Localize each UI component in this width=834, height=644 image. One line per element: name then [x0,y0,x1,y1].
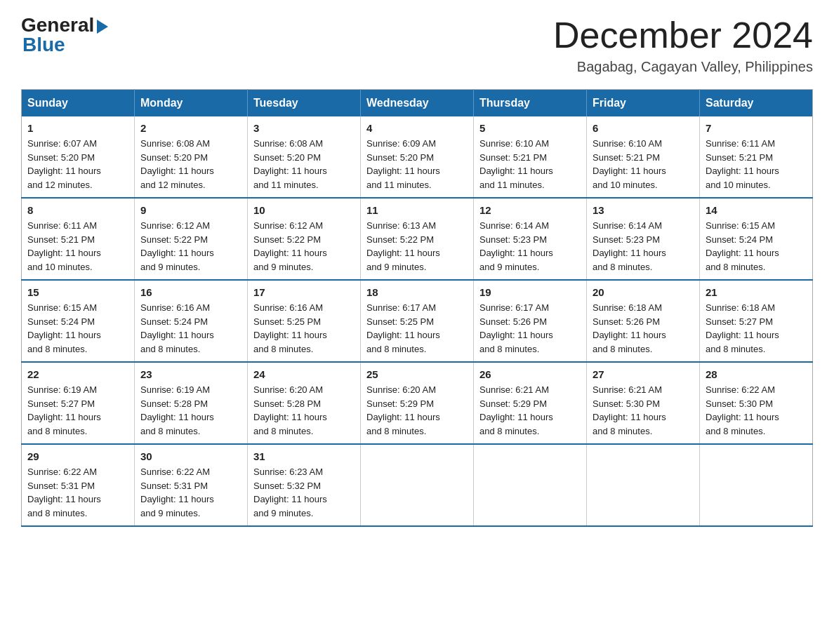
day-info: Sunrise: 6:08 AMSunset: 5:20 PMDaylight:… [140,137,241,192]
day-number: 8 [27,204,128,216]
day-info: Sunrise: 6:22 AMSunset: 5:30 PMDaylight:… [706,383,807,438]
day-number: 15 [27,286,128,298]
calendar-cell: 23 Sunrise: 6:19 AMSunset: 5:28 PMDaylig… [135,362,248,444]
day-number: 2 [140,122,241,134]
calendar-week-row: 22 Sunrise: 6:19 AMSunset: 5:27 PMDaylig… [22,362,813,444]
day-info: Sunrise: 6:22 AMSunset: 5:31 PMDaylight:… [140,465,241,520]
calendar-cell: 7 Sunrise: 6:11 AMSunset: 5:21 PMDayligh… [700,116,813,198]
calendar-cell: 1 Sunrise: 6:07 AMSunset: 5:20 PMDayligh… [22,116,135,198]
calendar-cell: 13 Sunrise: 6:14 AMSunset: 5:23 PMDaylig… [587,198,700,280]
calendar-cell [700,444,813,526]
calendar-week-row: 8 Sunrise: 6:11 AMSunset: 5:21 PMDayligh… [22,198,813,280]
day-of-week-header: Tuesday [248,90,361,117]
day-of-week-header: Friday [587,90,700,117]
day-number: 31 [253,450,355,462]
day-number: 29 [27,450,128,462]
day-number: 28 [706,368,807,380]
calendar-cell: 22 Sunrise: 6:19 AMSunset: 5:27 PMDaylig… [22,362,135,444]
day-number: 1 [27,122,128,134]
calendar-cell: 10 Sunrise: 6:12 AMSunset: 5:22 PMDaylig… [248,198,361,280]
day-number: 22 [27,368,128,380]
day-number: 7 [706,122,807,134]
day-number: 18 [366,286,468,298]
day-number: 5 [479,122,581,134]
logo: General Blue [21,14,108,56]
day-of-week-header: Sunday [22,90,135,117]
day-number: 26 [479,368,581,380]
calendar-header-row: SundayMondayTuesdayWednesdayThursdayFrid… [22,90,813,117]
day-number: 27 [593,368,694,380]
day-info: Sunrise: 6:22 AMSunset: 5:31 PMDaylight:… [27,465,128,520]
calendar-cell: 9 Sunrise: 6:12 AMSunset: 5:22 PMDayligh… [135,198,248,280]
calendar-cell: 24 Sunrise: 6:20 AMSunset: 5:28 PMDaylig… [248,362,361,444]
day-number: 20 [593,286,694,298]
day-info: Sunrise: 6:18 AMSunset: 5:26 PMDaylight:… [593,301,694,356]
day-info: Sunrise: 6:09 AMSunset: 5:20 PMDaylight:… [366,137,468,192]
day-number: 14 [706,204,807,216]
calendar-cell: 14 Sunrise: 6:15 AMSunset: 5:24 PMDaylig… [700,198,813,280]
calendar-cell: 3 Sunrise: 6:08 AMSunset: 5:20 PMDayligh… [248,116,361,198]
day-info: Sunrise: 6:23 AMSunset: 5:32 PMDaylight:… [253,465,355,520]
calendar-cell: 5 Sunrise: 6:10 AMSunset: 5:21 PMDayligh… [474,116,587,198]
day-number: 3 [253,122,355,134]
calendar-cell: 4 Sunrise: 6:09 AMSunset: 5:20 PMDayligh… [361,116,474,198]
calendar-cell: 16 Sunrise: 6:16 AMSunset: 5:24 PMDaylig… [135,280,248,362]
day-of-week-header: Monday [135,90,248,117]
day-of-week-header: Saturday [700,90,813,117]
calendar-cell: 6 Sunrise: 6:10 AMSunset: 5:21 PMDayligh… [587,116,700,198]
calendar-week-row: 15 Sunrise: 6:15 AMSunset: 5:24 PMDaylig… [22,280,813,362]
title-section: December 2024 Bagabag, Cagayan Valley, P… [553,14,813,75]
day-info: Sunrise: 6:21 AMSunset: 5:30 PMDaylight:… [593,383,694,438]
calendar-week-row: 29 Sunrise: 6:22 AMSunset: 5:31 PMDaylig… [22,444,813,526]
day-info: Sunrise: 6:16 AMSunset: 5:24 PMDaylight:… [140,301,241,356]
day-info: Sunrise: 6:11 AMSunset: 5:21 PMDaylight:… [706,137,807,192]
day-number: 30 [140,450,241,462]
day-info: Sunrise: 6:21 AMSunset: 5:29 PMDaylight:… [479,383,581,438]
day-info: Sunrise: 6:10 AMSunset: 5:21 PMDaylight:… [479,137,581,192]
day-number: 21 [706,286,807,298]
day-number: 11 [366,204,468,216]
day-number: 12 [479,204,581,216]
calendar-cell: 2 Sunrise: 6:08 AMSunset: 5:20 PMDayligh… [135,116,248,198]
calendar-cell: 17 Sunrise: 6:16 AMSunset: 5:25 PMDaylig… [248,280,361,362]
day-of-week-header: Thursday [474,90,587,117]
month-year-title: December 2024 [553,14,813,56]
day-info: Sunrise: 6:13 AMSunset: 5:22 PMDaylight:… [366,219,468,274]
calendar-cell [361,444,474,526]
calendar-week-row: 1 Sunrise: 6:07 AMSunset: 5:20 PMDayligh… [22,116,813,198]
calendar-cell: 25 Sunrise: 6:20 AMSunset: 5:29 PMDaylig… [361,362,474,444]
day-info: Sunrise: 6:16 AMSunset: 5:25 PMDaylight:… [253,301,355,356]
day-number: 10 [253,204,355,216]
day-number: 6 [593,122,694,134]
day-number: 24 [253,368,355,380]
day-info: Sunrise: 6:20 AMSunset: 5:29 PMDaylight:… [366,383,468,438]
day-info: Sunrise: 6:12 AMSunset: 5:22 PMDaylight:… [253,219,355,274]
page-header: General Blue December 2024 Bagabag, Caga… [21,14,813,75]
calendar-cell: 15 Sunrise: 6:15 AMSunset: 5:24 PMDaylig… [22,280,135,362]
calendar-cell: 11 Sunrise: 6:13 AMSunset: 5:22 PMDaylig… [361,198,474,280]
calendar-cell [474,444,587,526]
day-info: Sunrise: 6:19 AMSunset: 5:28 PMDaylight:… [140,383,241,438]
day-info: Sunrise: 6:10 AMSunset: 5:21 PMDaylight:… [593,137,694,192]
calendar-cell: 30 Sunrise: 6:22 AMSunset: 5:31 PMDaylig… [135,444,248,526]
calendar-cell: 21 Sunrise: 6:18 AMSunset: 5:27 PMDaylig… [700,280,813,362]
calendar-cell: 12 Sunrise: 6:14 AMSunset: 5:23 PMDaylig… [474,198,587,280]
calendar-cell: 18 Sunrise: 6:17 AMSunset: 5:25 PMDaylig… [361,280,474,362]
calendar-cell: 31 Sunrise: 6:23 AMSunset: 5:32 PMDaylig… [248,444,361,526]
day-number: 16 [140,286,241,298]
day-number: 9 [140,204,241,216]
day-info: Sunrise: 6:17 AMSunset: 5:26 PMDaylight:… [479,301,581,356]
day-number: 4 [366,122,468,134]
calendar-cell: 26 Sunrise: 6:21 AMSunset: 5:29 PMDaylig… [474,362,587,444]
day-info: Sunrise: 6:14 AMSunset: 5:23 PMDaylight:… [593,219,694,274]
day-info: Sunrise: 6:07 AMSunset: 5:20 PMDaylight:… [27,137,128,192]
calendar-cell: 29 Sunrise: 6:22 AMSunset: 5:31 PMDaylig… [22,444,135,526]
day-info: Sunrise: 6:19 AMSunset: 5:27 PMDaylight:… [27,383,128,438]
calendar-cell: 27 Sunrise: 6:21 AMSunset: 5:30 PMDaylig… [587,362,700,444]
day-of-week-header: Wednesday [361,90,474,117]
day-info: Sunrise: 6:15 AMSunset: 5:24 PMDaylight:… [706,219,807,274]
day-info: Sunrise: 6:08 AMSunset: 5:20 PMDaylight:… [253,137,355,192]
day-number: 25 [366,368,468,380]
logo-blue-text: Blue [21,34,65,56]
day-info: Sunrise: 6:18 AMSunset: 5:27 PMDaylight:… [706,301,807,356]
